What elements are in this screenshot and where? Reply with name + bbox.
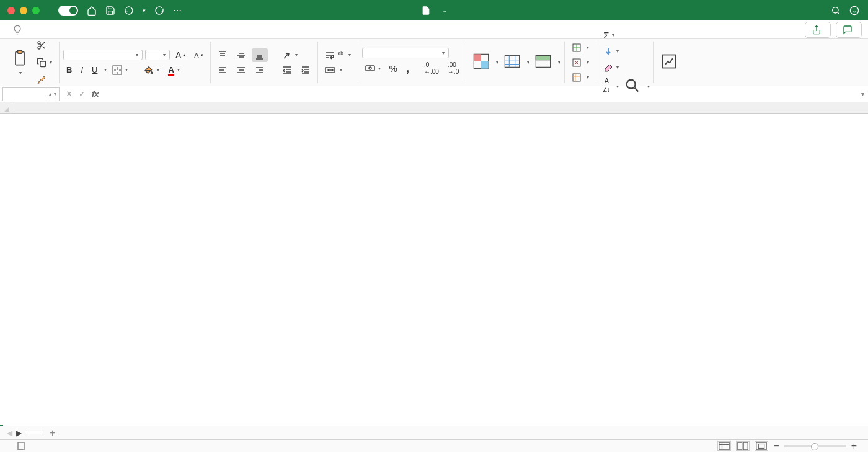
align-right-button[interactable] [252,63,268,77]
conditional-formatting-button[interactable] [470,51,492,73]
share-icon [812,25,822,35]
align-middle-button[interactable] [233,48,249,62]
view-normal-button[interactable] [717,441,731,451]
border-icon [112,65,122,75]
align-bottom-button[interactable] [252,48,268,62]
underline-dropdown[interactable]: ▾ [104,67,107,73]
decrease-font-button[interactable]: A▾ [191,50,206,61]
sort-filter-button[interactable]: AZ↓ [600,76,613,97]
redo-icon[interactable] [154,6,164,16]
zoom-out-button[interactable]: − [773,440,779,452]
insert-cells-icon [572,43,582,53]
name-box-dropdown[interactable]: ▴▾ [46,87,60,101]
undo-icon[interactable] [124,6,134,16]
fill-button[interactable]: ▾ [600,45,622,58]
cut-button[interactable] [33,38,55,52]
clear-button[interactable]: ▾ [600,61,622,74]
view-page-break-button[interactable] [755,441,768,451]
zoom-slider[interactable] [784,445,846,447]
svg-rect-16 [536,56,551,60]
italic-button[interactable]: I [78,63,86,76]
paste-button[interactable]: ▾ [9,48,31,78]
comma-button[interactable]: , [403,60,412,77]
wrap-text-button[interactable]: ab▾ [322,48,354,62]
fill-down-icon [603,47,613,56]
analyse-data-button[interactable] [658,51,680,73]
title-dropdown-icon[interactable]: ⌄ [442,7,447,14]
format-cells-icon [572,73,582,83]
align-left-button[interactable] [215,63,231,77]
formula-bar-expand[interactable]: ▾ [857,91,868,97]
underline-button[interactable]: U [89,63,100,76]
borders-button[interactable]: ▾ [109,63,131,77]
name-box[interactable] [2,87,46,101]
font-name-select[interactable]: ▾ [63,50,143,60]
accessibility-icon[interactable] [16,441,26,451]
currency-button[interactable]: ▾ [362,61,384,75]
comments-button[interactable] [836,22,862,38]
merge-icon [325,65,335,75]
svg-rect-19 [573,74,580,81]
find-select-button[interactable] [621,76,644,97]
currency-icon [365,63,375,73]
close-window[interactable] [7,7,15,14]
account-icon[interactable] [849,6,859,16]
autosave-toggle[interactable] [58,6,78,16]
fill-color-button[interactable]: ▾ [141,63,162,77]
minimize-window[interactable] [20,7,27,14]
svg-point-0 [833,7,838,12]
align-top-button[interactable] [215,48,231,62]
cond-fmt-dropdown[interactable]: ▾ [496,60,498,65]
svg-rect-27 [759,444,764,449]
increase-indent-button[interactable] [298,63,314,77]
share-button[interactable] [805,22,831,38]
qat-more-icon[interactable]: ⋯ [173,6,183,16]
add-sheet-button[interactable]: + [45,427,60,439]
window-controls [0,7,47,14]
view-page-layout-button[interactable] [736,441,750,451]
svg-rect-23 [719,442,729,450]
decrease-indent-button[interactable] [279,63,295,77]
undo-dropdown[interactable]: ▾ [143,7,146,14]
delete-cells-button[interactable]: ▾ [569,56,592,69]
fmt-table-dropdown[interactable]: ▾ [527,60,529,65]
select-all-button[interactable] [0,102,11,113]
tell-me[interactable] [12,25,26,35]
analyse-icon [660,53,678,70]
orientation-button[interactable]: ▾ [279,48,301,62]
cell-styles-dropdown[interactable]: ▾ [558,60,560,65]
font-size-select[interactable]: ▾ [145,50,170,60]
bold-button[interactable]: B [63,63,75,76]
maximize-window[interactable] [32,7,40,14]
indent-icon [301,65,311,75]
number-format-select[interactable]: ▾ [362,48,449,58]
format-painter-button[interactable] [33,73,55,87]
percent-button[interactable]: % [386,61,401,76]
home-icon[interactable] [87,6,97,16]
sheet-tab-sheet1[interactable] [25,431,43,434]
cell-styles-button[interactable] [532,51,554,73]
copy-button[interactable]: ▾ [33,56,55,69]
cond-fmt-icon [472,53,490,70]
align-center-button[interactable] [233,63,249,77]
search-icon[interactable] [831,6,841,16]
enter-formula-icon[interactable]: ✓ [79,89,86,99]
svg-point-10 [369,67,371,69]
sheet-nav-next[interactable]: ▶ [14,429,24,437]
cancel-formula-icon[interactable]: ✕ [66,89,73,99]
increase-font-button[interactable]: A▴ [172,48,188,62]
save-icon[interactable] [105,6,115,16]
autosum-button[interactable]: Σ▾ [600,28,618,42]
fx-icon[interactable]: fx [92,89,99,99]
merge-centre-button[interactable]: ▾ [322,63,345,77]
decrease-decimal-button[interactable]: .00→.0 [445,60,462,77]
font-color-button[interactable]: A▾ [165,63,182,76]
format-cells-button[interactable]: ▾ [569,71,592,84]
sheet-nav-prev[interactable]: ◀ [5,429,14,437]
format-as-table-button[interactable] [501,51,523,73]
insert-cells-button[interactable]: ▾ [569,41,592,55]
align-right-icon [255,65,265,75]
increase-decimal-button[interactable]: .0←.00 [421,60,442,77]
zoom-in-button[interactable]: + [851,440,857,452]
svg-rect-3 [18,50,22,53]
